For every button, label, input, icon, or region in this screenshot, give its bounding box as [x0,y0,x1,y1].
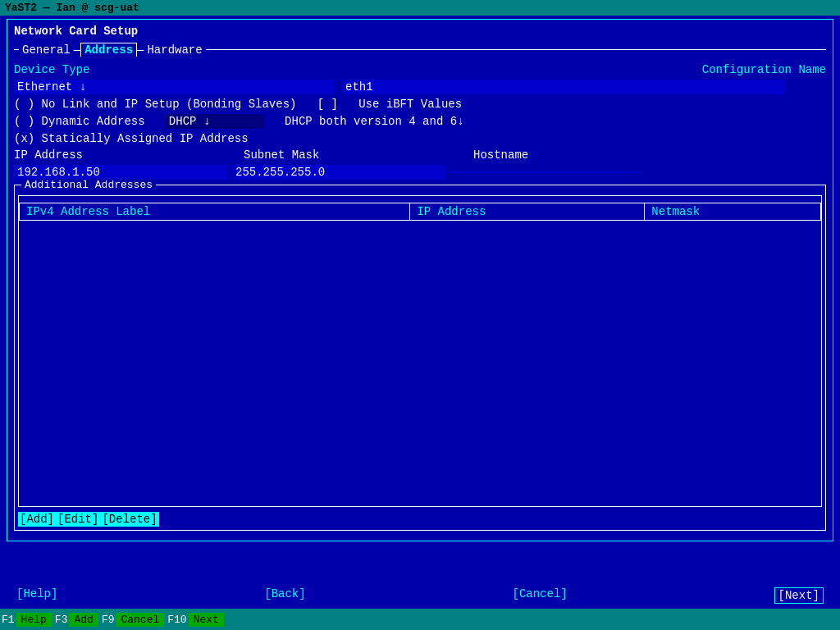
hostname-label: Hostname [473,148,528,162]
subnet-input[interactable]: 255.255.255.0 [232,165,445,180]
title-bar: YaST2 — Ian @ scg-uat [0,0,840,16]
additional-addresses-label: Additional Addresses [21,179,156,191]
main-frame: Network Card Setup General — Address — H… [7,19,833,541]
address-table: IPv4 Address Label IP Address Netmask [19,203,821,221]
subnet-label: Subnet Mask [244,148,473,162]
fkey-f3-label[interactable]: Add [69,613,98,627]
radio-static-row: (x) Statically Assigned IP Address [14,132,826,145]
fkey-f10-num: F10 [166,614,188,626]
tab-hardware[interactable]: Hardware [144,43,205,57]
col-ip-address: IP Address [410,203,645,221]
config-name-input[interactable]: eth1 [342,80,785,94]
config-name-label: Configuration Name [702,63,826,76]
table-header: IPv4 Address Label IP Address Netmask [20,203,821,221]
ibft-label: Use iBFT Values [358,98,462,111]
dhcp-desc: DHCP both version 4 and 6 [285,115,457,128]
device-type-input[interactable]: Ethernet ↓ [14,80,334,94]
ip-label: IP Address [14,148,244,162]
dhcp-input[interactable]: DHCP ↓ [166,114,264,129]
tab-general[interactable]: General [19,43,74,57]
fkey-f1: F1 Help [0,613,53,627]
title-text: YaST2 — Ian @ scg-uat [5,2,139,14]
action-bar: [Help] [Back] [Cancel] [Next] [0,584,840,607]
ibft-checkbox[interactable]: [ ] [317,98,338,111]
cancel-button[interactable]: [Cancel] [513,587,568,604]
fkey-f3-num: F3 [53,614,70,626]
fkey-f9-label[interactable]: Cancel [116,613,164,627]
tab-address[interactable]: Address [80,43,137,57]
fkey-f9: F9 Cancel [100,613,166,627]
radio-dynamic[interactable]: ( ) Dynamic Address [14,115,145,128]
delete-button[interactable]: [Delete] [100,512,158,527]
fkey-f1-num: F1 [0,614,16,626]
ip-values-row: 192.168.1.50 255.255.255.0 [14,165,826,180]
device-values-row: Ethernet ↓ eth1 [14,80,826,94]
fkey-f3: F3 Add [53,613,100,627]
fkey-f9-num: F9 [100,614,116,626]
next-button[interactable]: [Next] [774,587,824,604]
fkey-f10-label[interactable]: Next [189,613,224,627]
fkey-f10: F10 Next [166,613,226,627]
tabs-row: General — Address — Hardware [14,43,826,57]
page-title: Network Card Setup [14,25,826,38]
radio-dynamic-row: ( ) Dynamic Address DHCP ↓ DHCP both ver… [14,114,826,129]
ip-input[interactable]: 192.168.1.50 [14,165,227,180]
back-button[interactable]: [Back] [264,587,305,604]
additional-addresses-section: Additional Addresses IPv4 Address Label … [14,185,826,531]
ip-labels-row: IP Address Subnet Mask Hostname [14,148,826,162]
address-table-container: IPv4 Address Label IP Address Netmask [18,195,822,507]
device-config-row: Device Type Configuration Name [14,63,826,76]
hostname-input[interactable] [450,171,639,173]
col-ipv4-label: IPv4 Address Label [20,203,410,221]
fkey-f1-label[interactable]: Help [16,613,52,627]
radio-static[interactable]: (x) Statically Assigned IP Address [14,132,249,145]
radio-no-link[interactable]: ( ) No Link and IP Setup (Bonding Slaves… [14,98,296,111]
box-buttons-row: [Add] [Edit] [Delete] [18,512,822,527]
fkey-bar: F1 Help F3 Add F9 Cancel F10 Next [0,609,840,630]
radio-no-link-row: ( ) No Link and IP Setup (Bonding Slaves… [14,98,826,111]
col-netmask: Netmask [645,203,821,221]
tab-line-right [206,49,826,50]
add-button[interactable]: [Add] [18,512,56,527]
device-type-label: Device Type [14,63,129,76]
help-button[interactable]: [Help] [16,587,57,604]
edit-button[interactable]: [Edit] [56,512,100,527]
